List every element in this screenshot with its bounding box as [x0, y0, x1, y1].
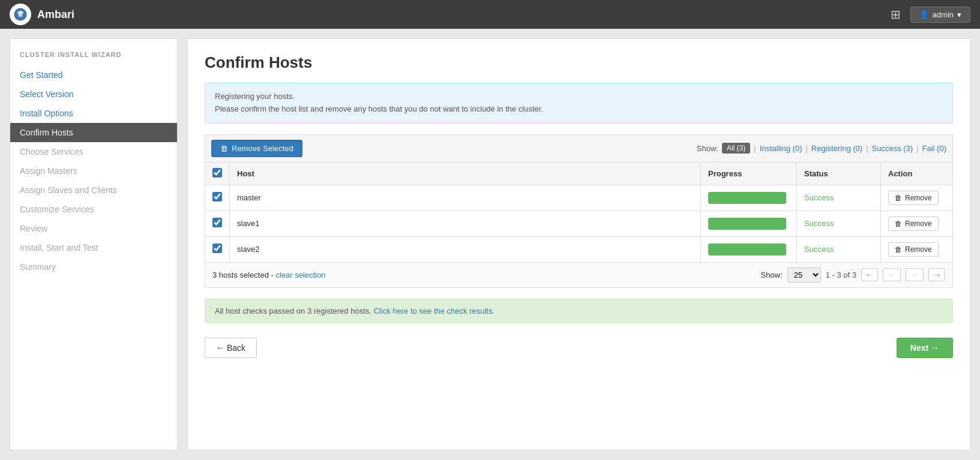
sidebar-item-choose-services: Choose Services	[10, 142, 177, 161]
row-progress-2	[701, 236, 797, 262]
header-status: Status	[797, 162, 881, 185]
filter-success-link[interactable]: Success (3)	[872, 144, 913, 153]
progress-bar-fill	[708, 192, 786, 204]
dropdown-arrow-icon: ▾	[957, 10, 961, 19]
row-checkbox-cell	[205, 236, 230, 262]
check-results-box: All host checks passed on 3 registered h…	[205, 299, 953, 323]
filter-fail-link[interactable]: Fail (0)	[922, 144, 946, 153]
show-label: Show:	[697, 144, 718, 153]
filter-registering-link[interactable]: Registering (0)	[811, 144, 862, 153]
sidebar-item-review: Review	[10, 219, 177, 238]
row-status-1: Success	[797, 211, 881, 236]
check-results-link[interactable]: Click here to see the check results.	[374, 306, 495, 315]
row-host-1: slave1	[230, 211, 701, 236]
row-checkbox-2[interactable]	[212, 243, 222, 253]
remove-trash-icon: 🗑	[895, 245, 902, 254]
progress-bar-wrap	[708, 243, 786, 255]
sidebar-item-get-started[interactable]: Get Started	[10, 65, 177, 85]
topnav: Ambari ⊞ 👤 admin ▾	[0, 0, 980, 29]
toolbar: 🗑 Remove Selected Show: All (3) | Instal…	[205, 134, 953, 162]
back-button[interactable]: ← Back	[205, 338, 257, 358]
remove-row-button-0[interactable]: 🗑 Remove	[888, 191, 939, 205]
show-filter: Show: All (3) | Installing (0) | Registe…	[697, 143, 946, 154]
progress-bar-fill	[708, 218, 786, 230]
bottom-buttons: ← Back Next →	[205, 338, 953, 358]
remove-label: Remove	[905, 220, 932, 228]
remove-selected-label: Remove Selected	[232, 144, 293, 153]
filter-all-badge[interactable]: All (3)	[722, 143, 750, 154]
hosts-table: Host Progress Status Action master Succe…	[205, 162, 953, 263]
row-host-0: master	[230, 185, 701, 211]
sidebar-item-confirm-hosts: Confirm Hosts	[10, 123, 177, 142]
first-page-button[interactable]: ⇤	[861, 268, 878, 281]
remove-row-button-1[interactable]: 🗑 Remove	[888, 217, 939, 231]
remove-trash-icon: 🗑	[895, 220, 902, 228]
page-title: Confirm Hosts	[205, 53, 953, 72]
pagination-area: Show: 25 50 100 1 - 3 of 3 ⇤ ← → ⇥	[761, 267, 945, 282]
brand-name: Ambari	[37, 8, 74, 21]
page-info: 1 - 3 of 3	[826, 270, 856, 279]
info-line1: Registering your hosts.	[215, 91, 943, 103]
sidebar-item-assign-slaves-clients: Assign Slaves and Clients	[10, 181, 177, 200]
remove-row-button-2[interactable]: 🗑 Remove	[888, 242, 939, 257]
selected-count-text: 3 hosts selected -	[212, 270, 276, 279]
show-pagination-label: Show:	[761, 270, 783, 279]
row-progress-0	[701, 185, 797, 211]
table-footer: 3 hosts selected - clear selection Show:…	[205, 263, 953, 288]
brand: Ambari	[10, 4, 74, 25]
sidebar-section-title: CLUSTER INSTALL WIZARD	[10, 49, 177, 65]
clear-selection-link[interactable]: clear selection	[276, 270, 326, 279]
remove-trash-icon: 🗑	[895, 194, 902, 202]
row-action-1: 🗑 Remove	[881, 211, 953, 236]
sidebar-item-install-start-test: Install, Start and Test	[10, 238, 177, 257]
sidebar-item-assign-masters: Assign Masters	[10, 161, 177, 181]
row-action-0: 🗑 Remove	[881, 185, 953, 211]
sidebar-item-install-options[interactable]: Install Options	[10, 104, 177, 123]
admin-label: admin	[933, 10, 954, 19]
next-page-button[interactable]: →	[906, 268, 924, 281]
selection-info: 3 hosts selected - clear selection	[212, 270, 326, 279]
info-box: Registering your hosts. Please confirm t…	[205, 83, 953, 124]
row-host-2: slave2	[230, 236, 701, 262]
remove-label: Remove	[905, 245, 932, 254]
row-progress-1	[701, 211, 797, 236]
per-page-select[interactable]: 25 50 100	[787, 267, 821, 282]
svg-point-3	[19, 13, 22, 16]
grid-icon[interactable]: ⊞	[891, 7, 901, 22]
info-line2: Please confirm the host list and remove …	[215, 103, 943, 116]
select-all-checkbox[interactable]	[212, 168, 222, 178]
last-page-button[interactable]: ⇥	[928, 268, 945, 281]
progress-bar-wrap	[708, 218, 786, 230]
table-row: slave2 Success 🗑 Remove	[205, 236, 953, 262]
header-host: Host	[230, 162, 701, 185]
table-row: master Success 🗑 Remove	[205, 185, 953, 211]
admin-button[interactable]: 👤 admin ▾	[910, 7, 970, 23]
main-container: CLUSTER INSTALL WIZARD Get Started Selec…	[0, 29, 980, 460]
header-action: Action	[881, 162, 953, 185]
content-area: Confirm Hosts Registering your hosts. Pl…	[187, 38, 970, 450]
sidebar-item-select-version[interactable]: Select Version	[10, 85, 177, 104]
row-status-2: Success	[797, 236, 881, 262]
remove-label: Remove	[905, 194, 932, 202]
filter-installing-link[interactable]: Installing (0)	[760, 144, 802, 153]
table-row: slave1 Success 🗑 Remove	[205, 211, 953, 236]
header-checkbox-col	[205, 162, 230, 185]
row-status-0: Success	[797, 185, 881, 211]
topnav-right: ⊞ 👤 admin ▾	[891, 7, 970, 23]
trash-icon: 🗑	[220, 144, 228, 153]
row-action-2: 🗑 Remove	[881, 236, 953, 262]
user-icon: 👤	[919, 10, 929, 19]
row-checkbox-1[interactable]	[212, 218, 222, 227]
progress-bar-wrap	[708, 192, 786, 204]
prev-page-button[interactable]: ←	[883, 268, 901, 281]
progress-bar-fill	[708, 243, 786, 255]
row-checkbox-0[interactable]	[212, 192, 222, 202]
sidebar-item-summary: Summary	[10, 257, 177, 276]
remove-selected-button[interactable]: 🗑 Remove Selected	[211, 140, 302, 157]
row-checkbox-cell	[205, 211, 230, 236]
logo-icon	[10, 4, 31, 25]
sidebar-item-customize-services: Customize Services	[10, 200, 177, 219]
next-button[interactable]: Next →	[897, 338, 953, 358]
check-results-text: All host checks passed on 3 registered h…	[215, 306, 371, 315]
header-progress: Progress	[701, 162, 797, 185]
